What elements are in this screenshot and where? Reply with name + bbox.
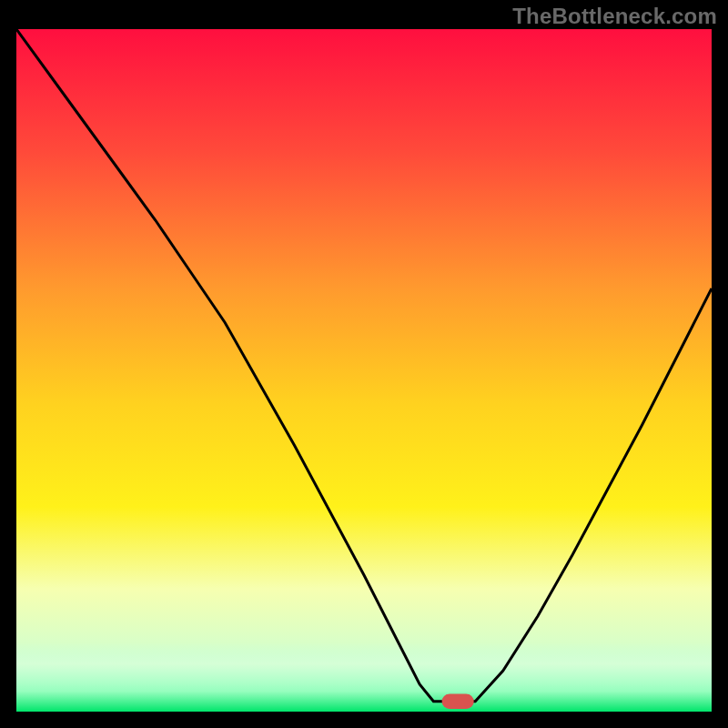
plot-area [16, 29, 712, 712]
chart-frame: TheBottleneck.com [0, 0, 728, 728]
gradient-background [16, 29, 712, 712]
baseline-band [16, 643, 712, 712]
chart-svg [16, 29, 712, 712]
minimum-marker [442, 694, 474, 710]
watermark-text: TheBottleneck.com [512, 4, 717, 29]
